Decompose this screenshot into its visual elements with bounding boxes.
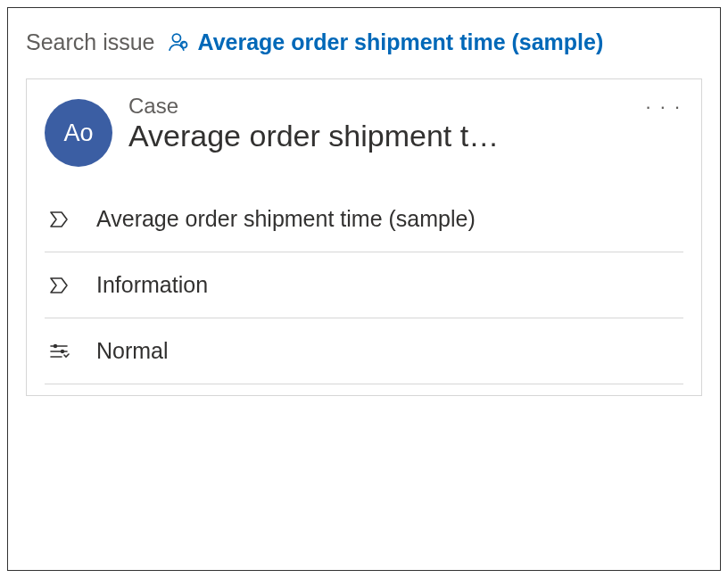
case-title: Average order shipment t… — [128, 119, 627, 153]
svg-point-0 — [172, 34, 180, 42]
detail-label: Normal — [96, 338, 683, 364]
breadcrumb: Search issue Average order shipment time… — [26, 29, 702, 55]
entity-type-label: Case — [128, 94, 627, 119]
breadcrumb-current[interactable]: Average order shipment time (sample) — [166, 29, 604, 55]
more-actions-button[interactable]: · · · — [643, 94, 683, 120]
detail-row-subject[interactable]: Average order shipment time (sample) — [45, 186, 683, 252]
filter-settings-icon — [48, 341, 70, 362]
detail-row-priority[interactable]: Normal — [45, 318, 683, 384]
detail-label: Information — [96, 272, 683, 298]
card-header: Ao Case Average order shipment t… · · · — [45, 94, 683, 167]
detail-row-form[interactable]: Information — [45, 252, 683, 318]
svg-point-5 — [54, 344, 57, 347]
detail-label: Average order shipment time (sample) — [96, 206, 683, 232]
chevron-tag-icon — [48, 275, 70, 296]
chevron-tag-icon — [48, 209, 70, 230]
detail-list: Average order shipment time (sample) Inf… — [45, 186, 683, 384]
avatar: Ao — [45, 99, 112, 167]
breadcrumb-root[interactable]: Search issue — [26, 29, 155, 55]
breadcrumb-current-label: Average order shipment time (sample) — [198, 29, 604, 55]
header-text: Case Average order shipment t… — [128, 94, 627, 153]
customer-icon — [166, 31, 189, 54]
svg-point-6 — [62, 350, 64, 352]
case-card: Ao Case Average order shipment t… · · · … — [26, 78, 702, 396]
panel-container: Search issue Average order shipment time… — [7, 7, 721, 571]
